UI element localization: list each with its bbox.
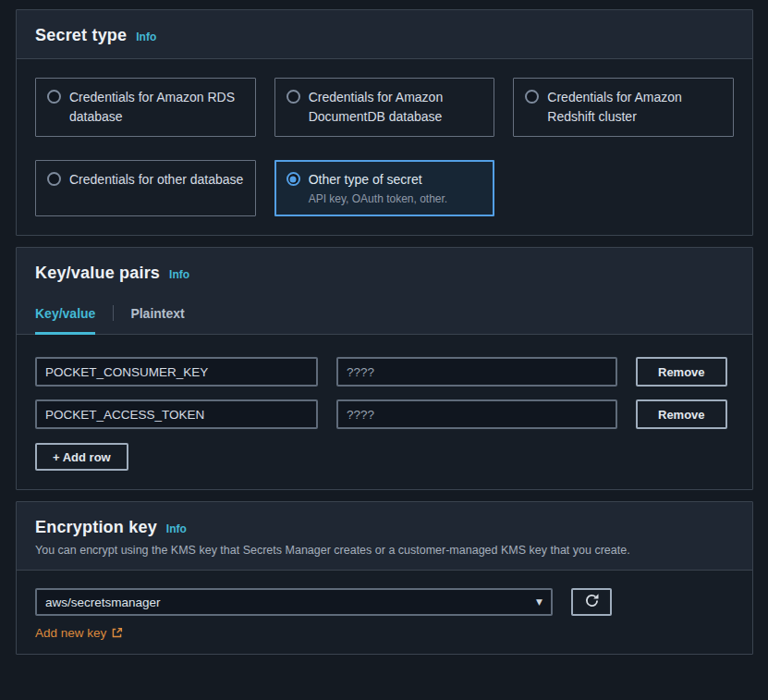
radio-card-label: Other type of secret — [309, 172, 422, 187]
encryption-key-info-link[interactable]: Info — [166, 522, 187, 535]
radio-card-label: Credentials for other database — [69, 170, 243, 190]
secret-type-options: Credentials for Amazon RDS database Cred… — [35, 78, 734, 216]
secret-type-title: Secret type — [35, 26, 127, 45]
key-value-tabbar: Key/value Plaintext — [17, 292, 752, 335]
kms-key-select[interactable]: aws/secretsmanager ▼ — [35, 588, 553, 616]
radio-card-label: Credentials for Amazon Redshift cluster — [547, 88, 722, 127]
page: Secret type Info Credentials for Amazon … — [0, 0, 768, 655]
radio-unselected-icon — [525, 90, 539, 104]
radio-card-description: API key, OAuth token, other. — [309, 191, 448, 206]
radio-card-rds[interactable]: Credentials for Amazon RDS database — [35, 78, 256, 137]
refresh-icon — [584, 593, 600, 611]
key-value-pairs-panel: Key/value pairs Info Key/value Plaintext… — [16, 247, 753, 490]
radio-unselected-icon — [286, 90, 300, 104]
encryption-key-header: Encryption key Info You can encrypt usin… — [17, 502, 752, 570]
encryption-key-body: aws/secretsmanager ▼ Add new key — [17, 570, 752, 654]
key-value-body: Remove Remove + Add row — [17, 335, 752, 489]
add-row-button[interactable]: + Add row — [35, 443, 128, 471]
encryption-key-description: You can encrypt using the KMS key that S… — [35, 543, 734, 559]
remove-row-button[interactable]: Remove — [636, 357, 727, 387]
radio-card-documentdb[interactable]: Credentials for Amazon DocumentDB databa… — [274, 78, 495, 137]
key-value-row: Remove — [35, 399, 734, 429]
radio-card-other-type-of-secret[interactable]: Other type of secret API key, OAuth toke… — [274, 160, 495, 216]
refresh-keys-button[interactable] — [571, 588, 612, 616]
tab-plaintext[interactable]: Plaintext — [113, 292, 201, 334]
encryption-key-title: Encryption key — [35, 518, 157, 537]
secret-key-input[interactable] — [35, 399, 318, 429]
chevron-down-icon: ▼ — [536, 597, 542, 607]
tab-key-value[interactable]: Key/value — [35, 292, 113, 334]
secret-type-panel: Secret type Info Credentials for Amazon … — [16, 9, 753, 236]
radio-card-label: Credentials for Amazon DocumentDB databa… — [309, 88, 483, 127]
radio-card-other-database[interactable]: Credentials for other database — [35, 160, 256, 216]
key-value-pairs-info-link[interactable]: Info — [169, 268, 189, 281]
secret-key-input[interactable] — [35, 357, 318, 387]
kms-key-select-value: aws/secretsmanager — [45, 596, 161, 609]
radio-selected-icon — [286, 172, 300, 186]
encryption-key-panel: Encryption key Info You can encrypt usin… — [16, 501, 753, 655]
secret-value-input[interactable] — [336, 357, 617, 387]
secret-value-input[interactable] — [336, 399, 617, 429]
radio-unselected-icon — [47, 172, 61, 186]
radio-card-redshift[interactable]: Credentials for Amazon Redshift cluster — [513, 78, 734, 137]
external-link-icon — [111, 627, 123, 639]
radio-unselected-icon — [47, 90, 61, 104]
remove-row-button[interactable]: Remove — [636, 399, 727, 429]
key-value-pairs-header: Key/value pairs Info — [17, 248, 752, 292]
add-new-key-link[interactable]: Add new key — [35, 626, 123, 640]
radio-card-label: Credentials for Amazon RDS database — [69, 88, 244, 127]
secret-type-body: Credentials for Amazon RDS database Cred… — [17, 58, 752, 235]
secret-type-info-link[interactable]: Info — [136, 31, 156, 43]
key-value-pairs-title: Key/value pairs — [35, 264, 160, 283]
key-value-row: Remove — [35, 357, 734, 387]
secret-type-header: Secret type Info — [17, 10, 752, 58]
add-new-key-label: Add new key — [35, 626, 106, 640]
